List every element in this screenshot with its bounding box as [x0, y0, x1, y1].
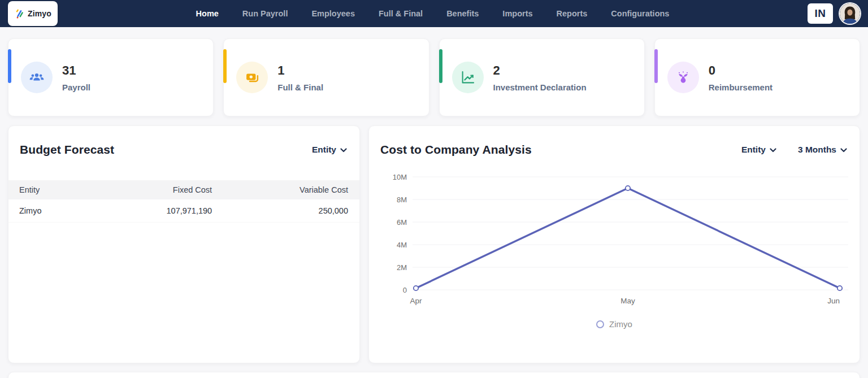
- chart-growth-icon: [452, 62, 484, 93]
- ctc-entity-dropdown[interactable]: Entity: [741, 145, 776, 155]
- column-header-fixed-cost: Fixed Cost: [142, 180, 212, 199]
- budget-forecast-title: Budget Forecast: [20, 143, 114, 157]
- stat-value: 2: [493, 63, 587, 78]
- ctc-analysis-card: Cost to Company Analysis Entity 3 Months…: [368, 125, 860, 363]
- stat-card-reimbursement[interactable]: 0 Reimbursement: [654, 38, 860, 116]
- svg-text:May: May: [620, 297, 635, 305]
- nav-item-configurations[interactable]: Configurations: [611, 9, 669, 18]
- navbar-right: IN: [808, 3, 860, 24]
- locale-badge[interactable]: IN: [808, 3, 833, 24]
- svg-text:10M: 10M: [393, 173, 407, 181]
- top-navbar: Zimyo Home Run Payroll Employees Full & …: [0, 0, 868, 27]
- ctc-analysis-title: Cost to Company Analysis: [380, 143, 532, 157]
- chevron-down-icon: [840, 148, 847, 153]
- stat-label: Payroll: [62, 82, 90, 92]
- stats-row: 31 Payroll 1 Full & Final: [0, 27, 868, 116]
- budget-entity-dropdown-label: Entity: [312, 145, 336, 155]
- svg-text:6M: 6M: [397, 218, 407, 227]
- nav-item-reports[interactable]: Reports: [557, 9, 588, 18]
- cell-fixed-cost: 107,971,190: [142, 199, 212, 222]
- accent-bar: [654, 49, 658, 83]
- accent-bar: [439, 49, 442, 83]
- stat-label: Reimbursement: [709, 82, 772, 92]
- chevron-down-icon: [340, 148, 347, 153]
- column-header-entity: Entity: [8, 180, 142, 199]
- payroll-users-icon: [21, 62, 53, 93]
- ctc-period-dropdown-label: 3 Months: [798, 145, 836, 155]
- ctc-entity-dropdown-label: Entity: [741, 145, 766, 155]
- nav-item-home[interactable]: Home: [196, 9, 219, 18]
- main-row: Budget Forecast Entity Entity Fixed Cost…: [0, 116, 868, 363]
- legend-circle-icon: [596, 320, 604, 328]
- budget-entity-dropdown[interactable]: Entity: [312, 145, 347, 155]
- column-header-variable-cost: Variable Cost: [212, 180, 359, 199]
- stat-label: Investment Declaration: [493, 82, 587, 92]
- user-avatar[interactable]: [840, 3, 860, 24]
- stat-value: 31: [62, 63, 90, 78]
- accent-bar: [223, 49, 227, 83]
- legend-label: Zimyo: [609, 319, 632, 329]
- nav-item-imports[interactable]: Imports: [502, 9, 532, 18]
- chevron-down-icon: [770, 148, 776, 153]
- money-bag-icon: [667, 62, 699, 93]
- svg-text:8M: 8M: [397, 195, 407, 204]
- accent-bar: [8, 49, 11, 83]
- chart-legend-zimyo[interactable]: Zimyo: [369, 319, 860, 329]
- bottom-card: [8, 372, 860, 378]
- table-row: Zimyo 107,971,190 250,000: [8, 199, 359, 222]
- svg-text:Apr: Apr: [410, 297, 422, 305]
- stat-card-full-final[interactable]: 1 Full & Final: [223, 38, 429, 116]
- brand-logo[interactable]: Zimyo: [8, 1, 58, 26]
- svg-text:Jun: Jun: [827, 297, 840, 305]
- stat-label: Full & Final: [277, 82, 323, 92]
- ctc-line-chart: 02M4M6M8M10MAprMayJun: [377, 169, 854, 310]
- stat-value: 0: [709, 63, 772, 78]
- money-note-icon: [236, 62, 268, 93]
- nav-item-employees[interactable]: Employees: [311, 9, 355, 18]
- zimyo-logo-icon: [14, 8, 25, 19]
- cell-variable-cost: 250,000: [212, 199, 359, 222]
- ctc-period-dropdown[interactable]: 3 Months: [798, 145, 847, 155]
- nav-item-full-final[interactable]: Full & Final: [379, 9, 423, 18]
- stat-card-payroll[interactable]: 31 Payroll: [8, 38, 214, 116]
- brand-name: Zimyo: [28, 9, 51, 18]
- main-nav: Home Run Payroll Employees Full & Final …: [196, 9, 670, 18]
- budget-forecast-card: Budget Forecast Entity Entity Fixed Cost…: [8, 125, 360, 363]
- stat-value: 1: [277, 63, 323, 78]
- table-header-row: Entity Fixed Cost Variable Cost: [8, 180, 359, 199]
- nav-item-run-payroll[interactable]: Run Payroll: [242, 9, 288, 18]
- budget-forecast-table: Entity Fixed Cost Variable Cost Zimyo 10…: [8, 180, 359, 223]
- svg-text:0: 0: [403, 286, 407, 294]
- avatar-photo-icon: [840, 3, 860, 24]
- stat-card-investment-declaration[interactable]: 2 Investment Declaration: [439, 38, 645, 116]
- cell-entity: Zimyo: [8, 199, 142, 222]
- svg-text:2M: 2M: [397, 263, 407, 272]
- nav-item-benefits[interactable]: Benefits: [446, 9, 479, 18]
- svg-text:4M: 4M: [397, 241, 407, 249]
